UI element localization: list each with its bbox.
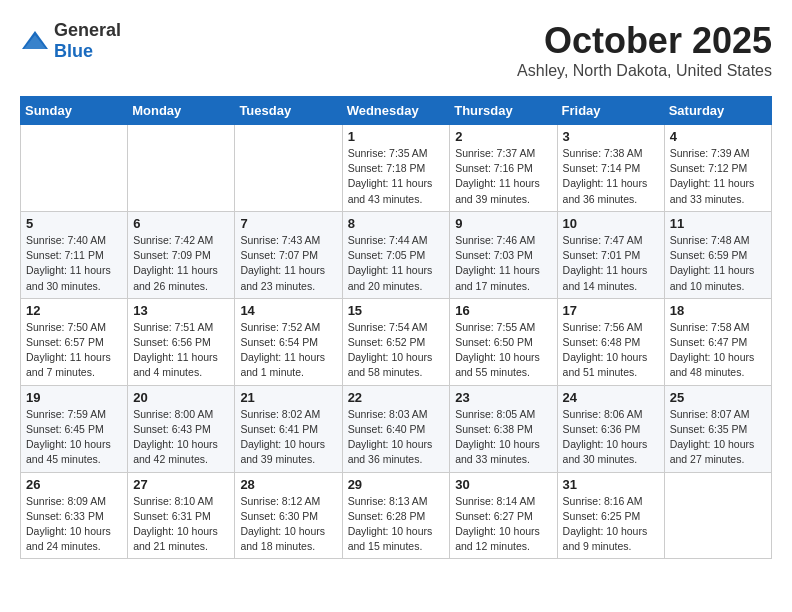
calendar-cell: 6 Sunrise: 7:42 AMSunset: 7:09 PMDayligh… <box>128 211 235 298</box>
day-number: 3 <box>563 129 659 144</box>
day-info: Sunrise: 7:52 AMSunset: 6:54 PMDaylight:… <box>240 320 336 381</box>
calendar-cell <box>235 125 342 212</box>
calendar-cell: 11 Sunrise: 7:48 AMSunset: 6:59 PMDaylig… <box>664 211 771 298</box>
calendar-week-5: 26 Sunrise: 8:09 AMSunset: 6:33 PMDaylig… <box>21 472 772 559</box>
calendar-cell: 29 Sunrise: 8:13 AMSunset: 6:28 PMDaylig… <box>342 472 450 559</box>
day-info: Sunrise: 7:48 AMSunset: 6:59 PMDaylight:… <box>670 233 766 294</box>
day-number: 19 <box>26 390 122 405</box>
calendar-cell: 14 Sunrise: 7:52 AMSunset: 6:54 PMDaylig… <box>235 298 342 385</box>
day-number: 27 <box>133 477 229 492</box>
day-info: Sunrise: 7:43 AMSunset: 7:07 PMDaylight:… <box>240 233 336 294</box>
col-thursday: Thursday <box>450 97 557 125</box>
day-info: Sunrise: 7:56 AMSunset: 6:48 PMDaylight:… <box>563 320 659 381</box>
calendar-cell: 3 Sunrise: 7:38 AMSunset: 7:14 PMDayligh… <box>557 125 664 212</box>
day-number: 9 <box>455 216 551 231</box>
day-number: 26 <box>26 477 122 492</box>
day-info: Sunrise: 8:06 AMSunset: 6:36 PMDaylight:… <box>563 407 659 468</box>
day-number: 2 <box>455 129 551 144</box>
day-number: 1 <box>348 129 445 144</box>
day-info: Sunrise: 7:37 AMSunset: 7:16 PMDaylight:… <box>455 146 551 207</box>
calendar-cell: 26 Sunrise: 8:09 AMSunset: 6:33 PMDaylig… <box>21 472 128 559</box>
day-number: 29 <box>348 477 445 492</box>
calendar-cell: 31 Sunrise: 8:16 AMSunset: 6:25 PMDaylig… <box>557 472 664 559</box>
calendar-cell: 25 Sunrise: 8:07 AMSunset: 6:35 PMDaylig… <box>664 385 771 472</box>
calendar-cell: 12 Sunrise: 7:50 AMSunset: 6:57 PMDaylig… <box>21 298 128 385</box>
day-number: 31 <box>563 477 659 492</box>
day-info: Sunrise: 7:42 AMSunset: 7:09 PMDaylight:… <box>133 233 229 294</box>
day-info: Sunrise: 7:46 AMSunset: 7:03 PMDaylight:… <box>455 233 551 294</box>
col-sunday: Sunday <box>21 97 128 125</box>
calendar-table: Sunday Monday Tuesday Wednesday Thursday… <box>20 96 772 559</box>
day-number: 25 <box>670 390 766 405</box>
day-info: Sunrise: 8:16 AMSunset: 6:25 PMDaylight:… <box>563 494 659 555</box>
calendar-week-2: 5 Sunrise: 7:40 AMSunset: 7:11 PMDayligh… <box>21 211 772 298</box>
calendar-cell: 13 Sunrise: 7:51 AMSunset: 6:56 PMDaylig… <box>128 298 235 385</box>
col-monday: Monday <box>128 97 235 125</box>
day-info: Sunrise: 8:13 AMSunset: 6:28 PMDaylight:… <box>348 494 445 555</box>
calendar-cell: 9 Sunrise: 7:46 AMSunset: 7:03 PMDayligh… <box>450 211 557 298</box>
day-info: Sunrise: 7:44 AMSunset: 7:05 PMDaylight:… <box>348 233 445 294</box>
day-number: 7 <box>240 216 336 231</box>
month-title: October 2025 <box>517 20 772 62</box>
calendar-cell <box>664 472 771 559</box>
day-number: 28 <box>240 477 336 492</box>
calendar-cell: 21 Sunrise: 8:02 AMSunset: 6:41 PMDaylig… <box>235 385 342 472</box>
calendar-cell: 20 Sunrise: 8:00 AMSunset: 6:43 PMDaylig… <box>128 385 235 472</box>
day-info: Sunrise: 8:10 AMSunset: 6:31 PMDaylight:… <box>133 494 229 555</box>
calendar-cell: 22 Sunrise: 8:03 AMSunset: 6:40 PMDaylig… <box>342 385 450 472</box>
location-title: Ashley, North Dakota, United States <box>517 62 772 80</box>
calendar-cell: 7 Sunrise: 7:43 AMSunset: 7:07 PMDayligh… <box>235 211 342 298</box>
title-block: October 2025 Ashley, North Dakota, Unite… <box>517 20 772 80</box>
calendar-cell: 19 Sunrise: 7:59 AMSunset: 6:45 PMDaylig… <box>21 385 128 472</box>
calendar-cell: 30 Sunrise: 8:14 AMSunset: 6:27 PMDaylig… <box>450 472 557 559</box>
day-number: 11 <box>670 216 766 231</box>
day-info: Sunrise: 7:58 AMSunset: 6:47 PMDaylight:… <box>670 320 766 381</box>
logo-text: General Blue <box>54 20 121 62</box>
day-info: Sunrise: 8:02 AMSunset: 6:41 PMDaylight:… <box>240 407 336 468</box>
day-number: 14 <box>240 303 336 318</box>
day-number: 13 <box>133 303 229 318</box>
day-number: 4 <box>670 129 766 144</box>
day-info: Sunrise: 7:55 AMSunset: 6:50 PMDaylight:… <box>455 320 551 381</box>
calendar-week-3: 12 Sunrise: 7:50 AMSunset: 6:57 PMDaylig… <box>21 298 772 385</box>
day-number: 22 <box>348 390 445 405</box>
day-info: Sunrise: 7:59 AMSunset: 6:45 PMDaylight:… <box>26 407 122 468</box>
day-number: 18 <box>670 303 766 318</box>
calendar-cell: 28 Sunrise: 8:12 AMSunset: 6:30 PMDaylig… <box>235 472 342 559</box>
calendar-week-4: 19 Sunrise: 7:59 AMSunset: 6:45 PMDaylig… <box>21 385 772 472</box>
calendar-cell: 15 Sunrise: 7:54 AMSunset: 6:52 PMDaylig… <box>342 298 450 385</box>
day-number: 8 <box>348 216 445 231</box>
calendar-cell: 4 Sunrise: 7:39 AMSunset: 7:12 PMDayligh… <box>664 125 771 212</box>
day-number: 24 <box>563 390 659 405</box>
day-number: 5 <box>26 216 122 231</box>
col-tuesday: Tuesday <box>235 97 342 125</box>
day-number: 15 <box>348 303 445 318</box>
day-number: 20 <box>133 390 229 405</box>
calendar-cell: 8 Sunrise: 7:44 AMSunset: 7:05 PMDayligh… <box>342 211 450 298</box>
calendar-cell: 17 Sunrise: 7:56 AMSunset: 6:48 PMDaylig… <box>557 298 664 385</box>
day-number: 17 <box>563 303 659 318</box>
day-number: 23 <box>455 390 551 405</box>
day-info: Sunrise: 8:12 AMSunset: 6:30 PMDaylight:… <box>240 494 336 555</box>
logo-general: General <box>54 20 121 40</box>
calendar-cell: 1 Sunrise: 7:35 AMSunset: 7:18 PMDayligh… <box>342 125 450 212</box>
day-number: 12 <box>26 303 122 318</box>
day-number: 30 <box>455 477 551 492</box>
day-info: Sunrise: 8:05 AMSunset: 6:38 PMDaylight:… <box>455 407 551 468</box>
col-friday: Friday <box>557 97 664 125</box>
calendar-cell <box>21 125 128 212</box>
calendar-cell: 18 Sunrise: 7:58 AMSunset: 6:47 PMDaylig… <box>664 298 771 385</box>
day-info: Sunrise: 7:47 AMSunset: 7:01 PMDaylight:… <box>563 233 659 294</box>
calendar-cell: 16 Sunrise: 7:55 AMSunset: 6:50 PMDaylig… <box>450 298 557 385</box>
day-info: Sunrise: 8:00 AMSunset: 6:43 PMDaylight:… <box>133 407 229 468</box>
day-info: Sunrise: 7:39 AMSunset: 7:12 PMDaylight:… <box>670 146 766 207</box>
calendar-cell: 23 Sunrise: 8:05 AMSunset: 6:38 PMDaylig… <box>450 385 557 472</box>
day-info: Sunrise: 8:09 AMSunset: 6:33 PMDaylight:… <box>26 494 122 555</box>
day-info: Sunrise: 7:38 AMSunset: 7:14 PMDaylight:… <box>563 146 659 207</box>
calendar-header-row: Sunday Monday Tuesday Wednesday Thursday… <box>21 97 772 125</box>
day-number: 21 <box>240 390 336 405</box>
day-info: Sunrise: 8:07 AMSunset: 6:35 PMDaylight:… <box>670 407 766 468</box>
logo-blue: Blue <box>54 41 93 61</box>
page-header: General Blue October 2025 Ashley, North … <box>20 20 772 80</box>
day-number: 16 <box>455 303 551 318</box>
